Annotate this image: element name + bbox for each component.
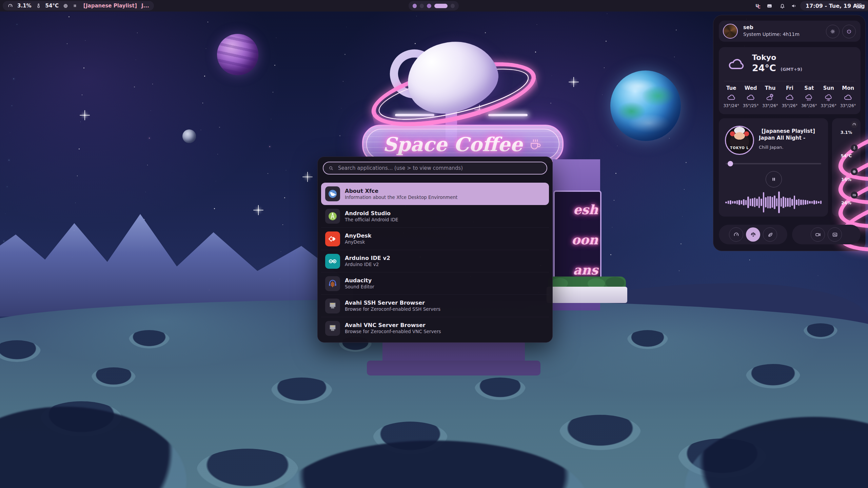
network-port-icon	[325, 321, 340, 336]
waveform-bar	[763, 192, 765, 213]
user-name: seb	[743, 24, 753, 30]
balanced-profile-button[interactable]	[746, 227, 760, 242]
star-sparkle	[573, 81, 574, 83]
star	[219, 127, 220, 128]
now-playing-title: 【Japanese Playlist】 J...	[81, 3, 149, 9]
workspace-5[interactable]	[451, 4, 455, 8]
seek-bar[interactable]	[726, 163, 821, 164]
screen-record-button[interactable]	[811, 227, 825, 242]
star	[550, 103, 551, 104]
performance-profile-button[interactable]	[729, 227, 743, 242]
waveform-bar	[728, 201, 729, 204]
workspace-switcher[interactable]	[409, 1, 459, 11]
pause-button[interactable]	[766, 171, 782, 187]
waveform-bar	[767, 196, 769, 208]
workspace-1[interactable]	[413, 4, 417, 8]
workspace-2[interactable]	[420, 4, 424, 8]
volume-icon[interactable]	[790, 2, 797, 9]
thermometer-icon	[36, 3, 41, 9]
waveform-bar	[725, 202, 727, 203]
app-row-arduino[interactable]: Arduino IDE v2 Arduino IDE v2	[321, 250, 549, 272]
star	[271, 119, 271, 119]
star	[79, 148, 80, 149]
seek-knob[interactable]	[728, 161, 733, 166]
star	[679, 270, 679, 271]
star	[214, 208, 215, 209]
cloud-icon	[726, 93, 736, 102]
waveform-bar	[734, 201, 736, 204]
star-sparkle	[307, 176, 308, 178]
crater	[129, 330, 170, 348]
app-description: The official Android IDE	[345, 217, 398, 223]
search-bar[interactable]	[323, 162, 547, 175]
star	[284, 197, 285, 198]
star	[216, 181, 216, 181]
search-input[interactable]	[337, 165, 542, 171]
waveform-bar	[791, 199, 793, 205]
forecast-day: Sun 33°/26°	[819, 85, 838, 108]
app-row-audacity[interactable]: Audacity Sound Editor	[321, 272, 549, 294]
star	[535, 52, 536, 53]
gauge-icon	[733, 231, 739, 238]
waveform-bar	[736, 200, 738, 204]
tray-app-icon[interactable]: UC	[753, 2, 761, 9]
workspace-3[interactable]	[427, 4, 431, 8]
now-playing-widget[interactable]: 【Japanese Playlist】 J...	[68, 1, 154, 11]
screenshot-tray-icon[interactable]	[766, 2, 773, 9]
waveform-bar	[809, 201, 811, 203]
app-description: Arduino IDE v2	[345, 262, 390, 267]
cpu-gauge: 3.1%	[836, 122, 856, 143]
earth-planet	[610, 70, 681, 141]
waveform-bar	[807, 200, 809, 204]
weather-city: Tokyo	[752, 53, 776, 62]
app-row-about-xfce[interactable]: About Xfce Information about the Xfce De…	[321, 183, 549, 205]
pause-icon	[770, 176, 777, 183]
star	[145, 192, 146, 192]
star	[274, 65, 275, 66]
waveform-bar	[754, 198, 756, 207]
waveform-bar	[783, 197, 784, 208]
waveform-bar	[796, 200, 797, 205]
star	[147, 165, 148, 165]
star	[7, 186, 7, 187]
star	[604, 67, 605, 68]
star	[152, 84, 153, 84]
star	[134, 86, 135, 87]
star	[686, 162, 687, 163]
forecast-day: Tue 33°/24°	[722, 85, 741, 108]
star	[206, 48, 206, 49]
app-description: Information about the Xfce Desktop Envir…	[345, 195, 457, 200]
pause-icon	[73, 3, 77, 8]
app-title: Avahi VNC Server Browser	[345, 322, 441, 329]
divider	[724, 81, 855, 81]
star	[617, 146, 617, 146]
app-row-avahi-vnc[interactable]: Avahi VNC Server Browser Browse for Zero…	[321, 317, 549, 339]
giant-coffee-cup	[376, 41, 525, 125]
app-row-android-studio[interactable]: Android Studio The official Android IDE	[321, 205, 549, 227]
app-row-avahi-ssh[interactable]: Avahi SSH Server Browser Browse for Zero…	[321, 294, 549, 317]
star	[77, 176, 78, 176]
powersave-profile-button[interactable]	[763, 227, 777, 242]
window-neon-text: ans	[573, 264, 598, 277]
star	[201, 130, 201, 130]
app-grid-icon[interactable]	[855, 2, 863, 9]
star	[343, 81, 343, 82]
star	[202, 103, 203, 103]
sun-cloud-icon	[765, 93, 775, 102]
app-description: AnyDesk	[345, 239, 372, 245]
notifications-bell-icon[interactable]	[778, 2, 786, 9]
screenshot-button[interactable]	[828, 227, 842, 242]
star	[749, 260, 750, 260]
star	[208, 22, 208, 22]
star	[83, 67, 84, 68]
image-icon	[832, 231, 838, 238]
track-subtitle: Chill Japan.	[759, 145, 784, 150]
workspace-4-active[interactable]	[434, 4, 448, 8]
waveform-bar	[761, 199, 762, 206]
star	[607, 14, 607, 14]
star	[12, 105, 12, 106]
app-row-anydesk[interactable]: AnyDesk AnyDesk	[321, 227, 549, 250]
crater	[559, 415, 641, 450]
settings-button[interactable]	[826, 25, 840, 38]
power-button[interactable]	[842, 25, 856, 38]
